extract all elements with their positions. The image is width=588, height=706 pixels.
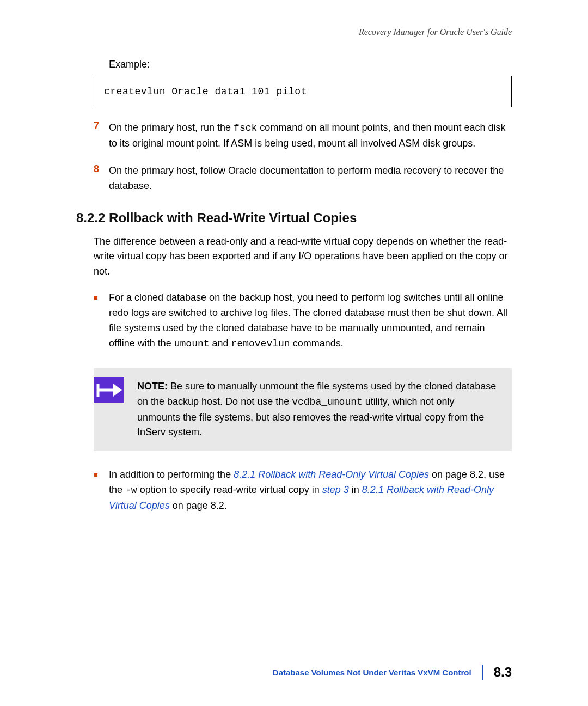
step7-pre: On the primary host, run the [109,122,234,133]
link-rollback-readonly-1[interactable]: 8.2.1 Rollback with Read-Only Virtual Co… [234,469,429,480]
footer-page-number: 8.3 [494,665,512,680]
footer-divider [482,665,483,680]
step-text: On the primary host, follow Oracle docum… [109,163,512,194]
b2-pre: In addition to performing the [109,469,234,480]
step-number: 8 [94,163,109,194]
note-label: NOTE: [137,381,168,392]
bullet-text: In addition to performing the 8.2.1 Roll… [109,467,512,514]
vcdba-umount-code: vcdba_umount [292,397,363,407]
code-example-box: createvlun Oracle_data1 101 pilot [94,76,512,107]
link-step-3[interactable]: step 3 [322,484,349,495]
umount-code: umount [174,338,210,349]
step-number: 7 [94,120,109,151]
footer-chapter-title: Database Volumes Not Under Veritas VxVM … [273,668,471,677]
step-8: 8 On the primary host, follow Oracle doc… [94,163,512,194]
b2-mid2: option to specify read-write virtual cop… [137,484,322,495]
b2-mid3: in [349,484,362,495]
bullet-square-icon: ■ [94,467,109,514]
note-arrow-icon [94,377,124,403]
section-heading-822: 8.2.2 Rollback with Read-Write Virtual C… [76,210,512,226]
note-text: NOTE: Be sure to manually unmount the fi… [137,379,499,441]
step-text: On the primary host, run the fsck comman… [109,120,512,151]
example-label: Example: [109,59,512,70]
bullet-text: For a cloned database on the backup host… [109,290,512,352]
removevlun-code: removevlun [231,338,290,349]
intro-paragraph: The difference between a read-only and a… [94,234,512,280]
b1-post: commands. [290,338,344,349]
bullet-in-addition: ■ In addition to performing the 8.2.1 Ro… [94,467,512,514]
bullet-square-icon: ■ [94,290,109,352]
fsck-code: fsck [234,123,257,133]
w-option-code: -w [125,485,137,496]
page-footer: Database Volumes Not Under Veritas VxVM … [273,665,512,680]
note-block: NOTE: Be sure to manually unmount the fi… [94,368,512,452]
step-7: 7 On the primary host, run the fsck comm… [94,120,512,151]
bullet-cloned-db: ■ For a cloned database on the backup ho… [94,290,512,352]
b1-mid: and [210,338,231,349]
running-header: Recovery Manager for Oracle User's Guide [76,27,512,37]
b2-post: on page 8.2. [170,500,227,511]
